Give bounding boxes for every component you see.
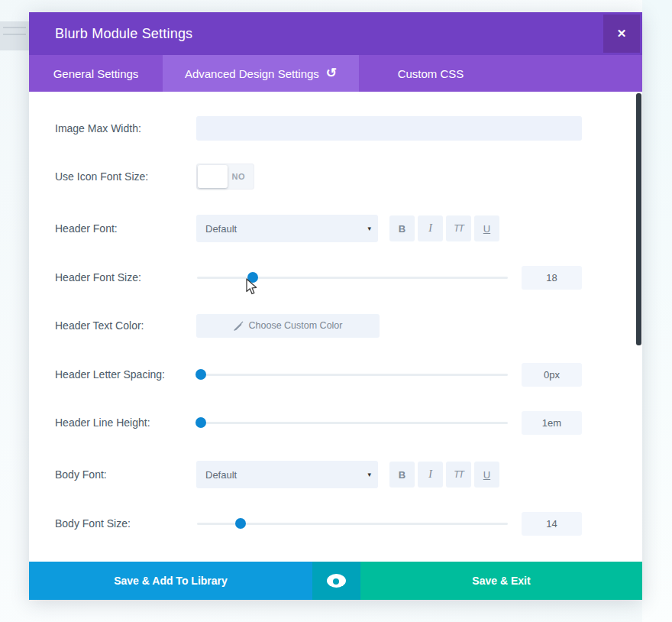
field-row-header-text-color: Header Text Color: Choose Custom Color [55, 301, 582, 350]
tab-label: General Settings [53, 67, 139, 80]
field-row-use-icon-font-size: Use Icon Font Size: NO [55, 152, 582, 201]
tab-label: Custom CSS [398, 67, 464, 80]
close-button[interactable]: ✕ [603, 15, 640, 53]
field-label: Header Font: [55, 222, 196, 235]
select-value: Default [205, 223, 237, 235]
slider-handle[interactable] [195, 369, 206, 380]
body-font-size-slider[interactable] [197, 499, 508, 548]
close-icon: ✕ [617, 27, 627, 40]
field-row-header-letter-spacing: Header Letter Spacing: 0px [55, 350, 582, 399]
modal-footer: Save & Add To Library Save & Exit [29, 562, 642, 600]
modal-title: Blurb Module Settings [29, 26, 192, 42]
header-letter-spacing-value[interactable]: 0px [522, 363, 582, 387]
underline-button[interactable]: U [474, 462, 499, 488]
header-font-select[interactable]: Default ▾ [196, 215, 378, 242]
smallcaps-button[interactable]: TT [446, 462, 471, 488]
chevron-down-icon: ▾ [367, 471, 371, 478]
slider-track[interactable] [197, 277, 508, 279]
field-row-image-max-width: Image Max Width: [55, 104, 582, 153]
blurb-module-settings-modal: Blurb Module Settings ✕ General Settings… [29, 12, 642, 600]
reset-icon[interactable]: ↺ [326, 66, 337, 79]
field-label: Header Text Color: [55, 319, 196, 332]
tab-label: Advanced Design Settings [185, 67, 319, 80]
bold-button[interactable]: B [389, 462, 415, 488]
underline-button[interactable]: U [474, 215, 499, 241]
italic-button[interactable]: I [418, 215, 443, 241]
background-page-fragment [0, 21, 29, 50]
field-row-header-font-size: Header Font Size: 18 [55, 253, 582, 302]
field-label: Header Font Size: [55, 271, 196, 283]
field-label: Body Font: [55, 468, 196, 481]
field-label: Image Max Width: [55, 122, 196, 134]
bold-button[interactable]: B [389, 215, 415, 241]
save-exit-button[interactable]: Save & Exit [360, 562, 642, 600]
background-line [3, 27, 26, 28]
field-row-header-line-height: Header Line Height: 1em [55, 398, 582, 447]
eyedropper-icon [234, 321, 244, 331]
toggle-state-label: NO [232, 172, 246, 181]
tab-advanced-design-settings[interactable]: Advanced Design Settings ↺ [163, 55, 359, 92]
tab-general-settings[interactable]: General Settings [29, 55, 163, 92]
field-row-header-font: Header Font: Default ▾ B I TT U [55, 204, 582, 253]
scrollbar-thumb[interactable] [636, 93, 641, 345]
smallcaps-button[interactable]: TT [446, 215, 471, 241]
use-icon-font-size-toggle[interactable]: NO [196, 164, 254, 190]
slider-handle[interactable] [247, 272, 258, 283]
eye-icon [327, 574, 346, 588]
select-value: Default [205, 469, 237, 481]
header-line-height-value[interactable]: 1em [522, 411, 582, 435]
font-style-buttons: B I TT U [389, 215, 499, 241]
field-label: Header Line Height: [55, 416, 196, 429]
field-label: Use Icon Font Size: [55, 170, 196, 183]
header-font-size-slider[interactable] [197, 253, 508, 302]
modal-header: Blurb Module Settings ✕ [29, 12, 642, 55]
slider-track[interactable] [197, 374, 508, 376]
body-font-size-value[interactable]: 14 [522, 512, 582, 536]
font-style-buttons: B I TT U [389, 462, 499, 488]
header-letter-spacing-slider[interactable] [197, 350, 508, 399]
tab-custom-css[interactable]: Custom CSS [359, 55, 502, 92]
image-max-width-input[interactable] [196, 116, 582, 141]
background-line [3, 34, 26, 35]
slider-handle[interactable] [195, 417, 206, 428]
slider-track[interactable] [197, 422, 508, 424]
modal-tabs: General Settings Advanced Design Setting… [29, 55, 642, 92]
color-button-label: Choose Custom Color [249, 320, 343, 331]
choose-custom-color-button[interactable]: Choose Custom Color [196, 314, 380, 338]
slider-handle[interactable] [235, 518, 246, 529]
field-label: Body Font Size: [55, 517, 196, 530]
modal-body: Image Max Width: Use Icon Font Size: NO … [29, 92, 642, 562]
toggle-knob[interactable] [198, 165, 228, 188]
field-label: Header Letter Spacing: [55, 368, 196, 381]
field-row-body-font: Body Font: Default ▾ B I TT U [55, 450, 582, 499]
field-row-body-font-size: Body Font Size: 14 [55, 499, 582, 548]
chevron-down-icon: ▾ [367, 225, 371, 232]
header-line-height-slider[interactable] [197, 398, 508, 447]
body-font-select[interactable]: Default ▾ [196, 461, 378, 488]
italic-button[interactable]: I [418, 462, 443, 488]
preview-button[interactable] [312, 562, 360, 600]
background-page-strip [642, 0, 672, 622]
header-font-size-value[interactable]: 18 [522, 266, 582, 290]
save-add-to-library-button[interactable]: Save & Add To Library [29, 562, 312, 600]
